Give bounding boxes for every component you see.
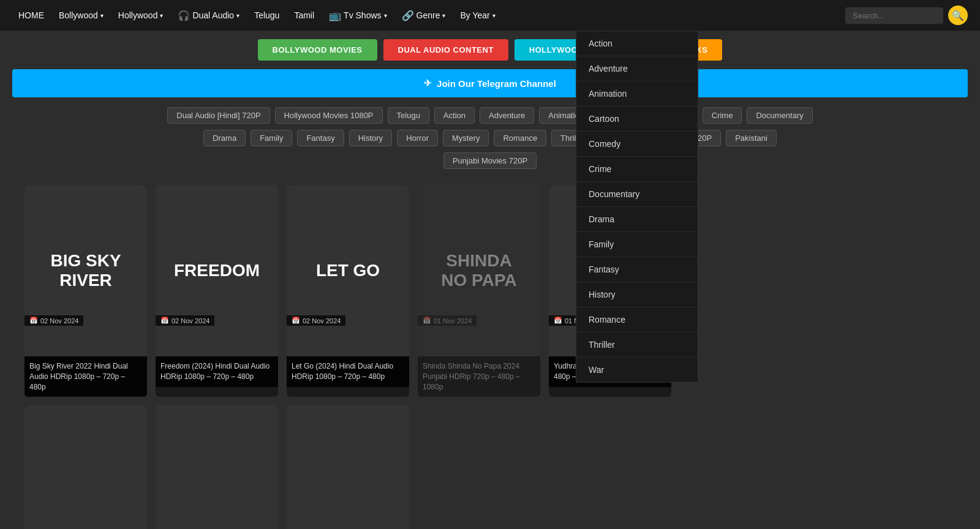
chevron-down-icon: ▾ bbox=[236, 12, 239, 19]
genre-family[interactable]: Family bbox=[576, 232, 698, 257]
filter-tag-romance[interactable]: Romance bbox=[494, 130, 546, 146]
movie-card-shinda[interactable]: SHINDANO PAPA 📅01 Nov 2024 Shinda Shinda… bbox=[418, 185, 540, 397]
bollywood-movies-btn[interactable]: BOLLYWOOD MOVIES bbox=[258, 39, 377, 61]
filter-tag[interactable]: Documentary bbox=[747, 107, 812, 124]
movie-card-let-go[interactable]: LET GO 📅02 Nov 2024 Let Go (2024) Hindi … bbox=[287, 185, 409, 397]
genre-documentary[interactable]: Documentary bbox=[576, 182, 698, 207]
genre-history[interactable]: History bbox=[576, 282, 698, 307]
filter-tag[interactable]: Action bbox=[434, 107, 475, 124]
movie-row-1: BIG SKYRIVER 📅02 Nov 2024 Big Sky River … bbox=[0, 185, 980, 397]
quick-links: BOLLYWOOD MOVIES DUAL AUDIO CONTENT HOLL… bbox=[0, 31, 980, 69]
filter-tag-horror[interactable]: Horror bbox=[397, 130, 438, 146]
movie-card-r2-3[interactable]: 📅01 Nov 2024 bbox=[287, 405, 409, 529]
nav-genre[interactable]: 🔗 Genre ▾ bbox=[396, 6, 452, 25]
nav-telugu[interactable]: Telugu bbox=[248, 7, 285, 24]
telegram-banner[interactable]: ✈ Join Our Telegram Channel bbox=[12, 69, 968, 97]
genre-animation[interactable]: Animation bbox=[576, 81, 698, 107]
filter-tag-family[interactable]: Family bbox=[251, 130, 292, 146]
nav-by-year[interactable]: By Year ▾ bbox=[454, 7, 501, 24]
filter-tag[interactable]: Adventure bbox=[480, 107, 534, 124]
chevron-down-icon: ▾ bbox=[160, 12, 163, 19]
filter-tag-drama[interactable]: Drama bbox=[203, 130, 246, 146]
filter-row-3: Punjabi Movies 720P bbox=[24, 152, 956, 169]
filter-tag-history[interactable]: History bbox=[349, 130, 392, 146]
nav-tamil[interactable]: Tamil bbox=[288, 7, 320, 24]
chevron-down-icon: ▾ bbox=[492, 12, 496, 19]
genre-comedy[interactable]: Comedy bbox=[576, 132, 698, 157]
genre-war[interactable]: War bbox=[576, 358, 698, 382]
search-area: 🔍 bbox=[845, 6, 968, 25]
movie-date: 📅01 Nov 2024 bbox=[418, 315, 477, 326]
genre-dropdown: Action Adventure Animation Cartoon Comed… bbox=[576, 31, 698, 383]
filter-tag-mystery[interactable]: Mystery bbox=[443, 130, 489, 146]
filter-tag[interactable]: Hollywood Movies 1080P bbox=[275, 107, 383, 124]
genre-drama[interactable]: Drama bbox=[576, 207, 698, 232]
genre-fantasy[interactable]: Fantasy bbox=[576, 257, 698, 282]
search-input[interactable] bbox=[845, 7, 943, 24]
genre-romance[interactable]: Romance bbox=[576, 307, 698, 332]
movie-date: 📅02 Nov 2024 bbox=[24, 315, 83, 326]
genre-crime[interactable]: Crime bbox=[576, 157, 698, 182]
genre-adventure[interactable]: Adventure bbox=[576, 56, 698, 81]
filter-tag-pakistani[interactable]: Pakistani bbox=[726, 130, 777, 146]
nav-bollywood[interactable]: Bollywood ▾ bbox=[53, 7, 110, 24]
filter-section: Dual Audio [Hindi] 720P Hollywood Movies… bbox=[0, 97, 980, 185]
movie-info: Let Go (2024) Hindi Dual Audio HDRip 108… bbox=[287, 356, 409, 387]
movie-card-big-sky-river[interactable]: BIG SKYRIVER 📅02 Nov 2024 Big Sky River … bbox=[24, 185, 147, 397]
filter-tag[interactable]: Crime bbox=[703, 107, 742, 124]
genre-thriller[interactable]: Thriller bbox=[576, 332, 698, 358]
filter-tag-punjabi[interactable]: Punjabi Movies 720P bbox=[443, 152, 537, 169]
chevron-down-icon: ▾ bbox=[100, 12, 104, 19]
movie-date: 📅02 Nov 2024 bbox=[156, 315, 214, 326]
dual-audio-btn[interactable]: DUAL AUDIO CONTENT bbox=[383, 39, 508, 61]
genre-cartoon[interactable]: Cartoon bbox=[576, 107, 698, 132]
search-button[interactable]: 🔍 bbox=[948, 6, 968, 25]
tv-icon: 📺 bbox=[329, 10, 341, 21]
headphones-icon: 🎧 bbox=[178, 10, 190, 21]
movie-info: Big Sky River 2022 Hindi Dual Audio HDRi… bbox=[24, 356, 147, 397]
filter-tag[interactable]: Telugu bbox=[388, 107, 429, 124]
movie-card-r2-2[interactable]: 📅01 Nov 2024 bbox=[156, 405, 278, 529]
navigation: HOME Bollywood ▾ Hollywood ▾ 🎧 Dual Audi… bbox=[0, 0, 980, 31]
nav-home[interactable]: HOME bbox=[12, 7, 50, 24]
filter-tag[interactable]: Dual Audio [Hindi] 720P bbox=[167, 107, 270, 124]
filter-row-1: Dual Audio [Hindi] 720P Hollywood Movies… bbox=[24, 107, 956, 124]
genre-action[interactable]: Action bbox=[576, 31, 698, 56]
filter-row-2: Drama Family Fantasy History Horror Myst… bbox=[24, 130, 956, 146]
movie-info: Shinda Shinda No Papa 2024 Punjabi HDRip… bbox=[418, 356, 540, 397]
movie-card-r2-1[interactable]: 📅01 Nov 2024 bbox=[24, 405, 147, 529]
telegram-icon: ✈ bbox=[424, 78, 432, 89]
movie-date: 📅02 Nov 2024 bbox=[287, 315, 345, 326]
genre-icon: 🔗 bbox=[402, 10, 414, 21]
movie-info: Freedom (2024) Hindi Dual Audio HDRip 10… bbox=[156, 356, 278, 387]
nav-tv-shows[interactable]: 📺 Tv Shows ▾ bbox=[323, 6, 393, 25]
movie-card-r2-4[interactable]: Romance Thriller War bbox=[418, 405, 540, 529]
movie-card-freedom[interactable]: FREEDOM 📅02 Nov 2024 Freedom (2024) Hind… bbox=[156, 185, 278, 397]
chevron-down-icon: ▾ bbox=[384, 12, 387, 19]
nav-dual-audio[interactable]: 🎧 Dual Audio ▾ bbox=[172, 6, 246, 25]
movie-row-2: 📅01 Nov 2024 📅01 Nov 2024 📅01 Nov 2024 bbox=[0, 405, 980, 529]
nav-hollywood[interactable]: Hollywood ▾ bbox=[112, 7, 170, 24]
filter-tag-fantasy[interactable]: Fantasy bbox=[297, 130, 344, 146]
chevron-down-icon: ▾ bbox=[442, 12, 445, 19]
